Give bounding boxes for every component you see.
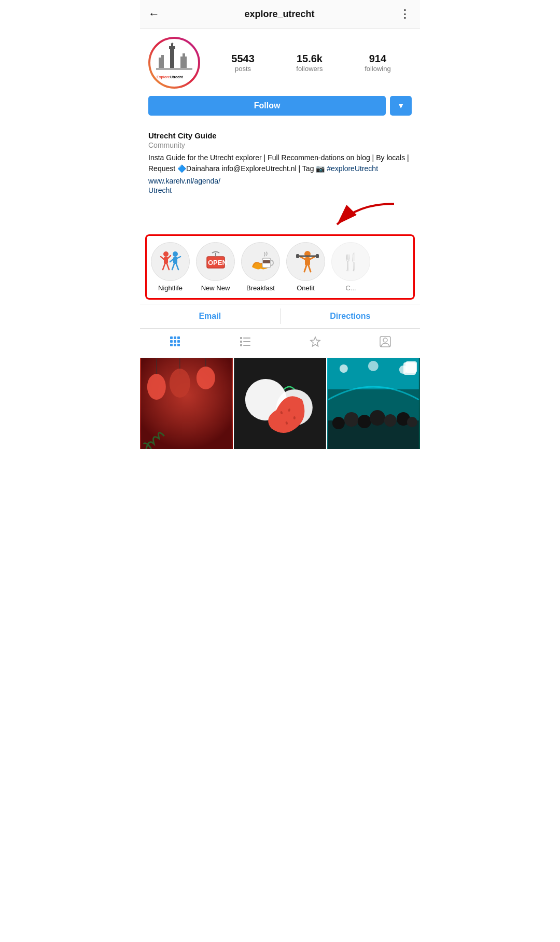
- tab-tagged[interactable]: [299, 334, 331, 353]
- svg-rect-0: [170, 47, 174, 68]
- svg-rect-6: [180, 57, 187, 68]
- highlight-circle-partial: 🍴: [331, 242, 370, 281]
- directions-button[interactable]: Directions: [281, 304, 421, 328]
- avatar-image: Explore Utrecht: [153, 42, 195, 83]
- photo-cell-3[interactable]: [327, 358, 420, 451]
- content-tab-bar: [140, 329, 420, 358]
- follow-dropdown-button[interactable]: ▼: [390, 96, 412, 116]
- highlight-label-newnew: New New: [201, 284, 230, 292]
- svg-point-82: [368, 361, 379, 371]
- svg-rect-42: [174, 340, 176, 343]
- svg-text:OPEN: OPEN: [208, 259, 227, 266]
- svg-rect-8: [156, 68, 192, 70]
- top-bar: ← explore_utrecht ⋮: [140, 0, 420, 29]
- svg-line-14: [161, 257, 164, 259]
- photo-cell-1[interactable]: [140, 358, 233, 451]
- svg-rect-30: [305, 257, 310, 265]
- highlight-item-onefit[interactable]: Onefit: [286, 242, 325, 292]
- bio-links: www.karelv.nl/agenda/ Utrecht: [148, 176, 412, 195]
- stats-row: 5543 posts 15.6k followers 914 following: [211, 53, 412, 73]
- svg-point-12: [163, 251, 169, 257]
- svg-rect-49: [240, 341, 242, 343]
- highlight-circle-newnew: OPEN: [196, 242, 235, 281]
- bio-section: Utrecht City Guide Community Insta Guide…: [140, 131, 420, 201]
- svg-point-76: [358, 415, 371, 428]
- svg-marker-53: [311, 337, 320, 346]
- photo-cell-2[interactable]: [234, 358, 327, 451]
- svg-text:Explore: Explore: [157, 75, 170, 79]
- more-options-button[interactable]: ⋮: [399, 7, 412, 21]
- svg-point-80: [407, 417, 417, 427]
- svg-rect-52: [243, 345, 250, 346]
- photo-grid: [140, 358, 420, 451]
- annotation-arrow: [316, 201, 399, 230]
- email-button[interactable]: Email: [140, 304, 280, 328]
- svg-point-61: [170, 369, 190, 398]
- svg-point-77: [370, 410, 385, 426]
- svg-rect-34: [296, 254, 299, 258]
- bio-hashtag[interactable]: #exploreUtrecht: [327, 164, 378, 173]
- svg-rect-44: [170, 344, 173, 346]
- svg-point-74: [332, 417, 345, 429]
- back-button[interactable]: ←: [148, 7, 160, 21]
- highlight-label-onefit: Onefit: [297, 284, 315, 292]
- svg-rect-19: [173, 257, 177, 264]
- stat-following[interactable]: 914 following: [365, 53, 391, 73]
- follow-button[interactable]: Follow: [148, 96, 386, 116]
- bio-link-2[interactable]: Utrecht: [148, 186, 172, 194]
- svg-rect-43: [177, 340, 180, 343]
- svg-rect-2: [171, 44, 173, 47]
- profile-row: Explore Utrecht 5543 posts 15.6k followe…: [148, 37, 412, 89]
- svg-point-81: [340, 364, 348, 373]
- svg-line-20: [170, 259, 173, 262]
- highlight-item-nightlife[interactable]: Nightlife: [151, 242, 190, 292]
- highlight-item-breakfast[interactable]: Breakfast: [241, 242, 280, 292]
- highlight-label-partial: C...: [345, 284, 356, 292]
- svg-point-63: [197, 367, 215, 389]
- highlight-item-partial[interactable]: 🍴 C...: [331, 242, 370, 292]
- svg-rect-48: [243, 338, 250, 339]
- svg-point-18: [173, 251, 178, 257]
- svg-rect-38: [170, 336, 173, 339]
- svg-rect-45: [174, 344, 176, 346]
- profile-username: explore_utrecht: [244, 9, 314, 20]
- follow-row: Follow ▼: [148, 96, 412, 116]
- svg-rect-35: [316, 254, 319, 258]
- svg-rect-47: [240, 337, 242, 339]
- svg-rect-40: [177, 336, 180, 339]
- svg-rect-50: [243, 341, 250, 342]
- avatar[interactable]: Explore Utrecht: [148, 37, 200, 89]
- bio-link-1[interactable]: www.karelv.nl/agenda/: [148, 177, 220, 185]
- svg-point-69: [293, 416, 295, 419]
- svg-rect-7: [183, 53, 185, 58]
- tab-profile[interactable]: [369, 334, 401, 353]
- highlight-label-nightlife: Nightlife: [158, 284, 183, 292]
- svg-text:Utrecht: Utrecht: [170, 75, 183, 79]
- svg-point-78: [384, 414, 397, 427]
- bio-name: Utrecht City Guide: [148, 131, 412, 140]
- svg-line-36: [304, 265, 306, 272]
- svg-rect-5: [161, 55, 164, 59]
- svg-line-22: [172, 264, 174, 270]
- svg-point-75: [344, 412, 359, 427]
- svg-line-16: [163, 264, 165, 270]
- bio-category: Community: [148, 141, 412, 149]
- highlight-circle-nightlife: [151, 242, 190, 281]
- svg-point-59: [147, 374, 166, 400]
- tab-grid[interactable]: [159, 334, 191, 353]
- tab-list[interactable]: [229, 334, 261, 353]
- svg-rect-41: [170, 340, 173, 343]
- action-row: Email Directions: [140, 304, 420, 329]
- svg-line-15: [168, 256, 171, 258]
- svg-line-21: [177, 257, 180, 258]
- stat-posts[interactable]: 5543 posts: [231, 53, 255, 73]
- svg-rect-39: [174, 336, 176, 339]
- stat-followers[interactable]: 15.6k followers: [296, 53, 323, 73]
- highlight-item-newnew[interactable]: OPEN New New: [196, 242, 235, 292]
- bio-description: Insta Guide for the Utrecht explorer | F…: [148, 152, 412, 174]
- svg-point-55: [383, 338, 387, 342]
- svg-rect-46: [177, 344, 180, 346]
- svg-line-23: [176, 264, 178, 270]
- svg-rect-28: [263, 260, 270, 263]
- svg-marker-3: [171, 43, 174, 44]
